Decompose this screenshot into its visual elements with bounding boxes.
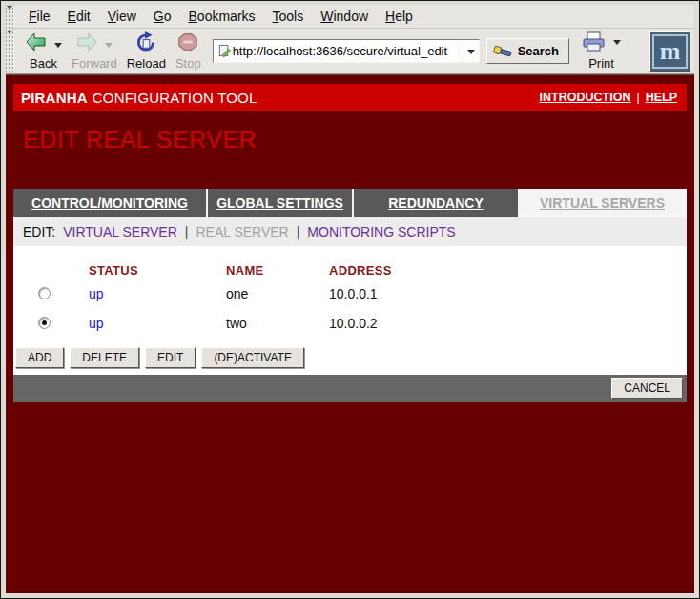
- subnav-separator: |: [297, 224, 300, 239]
- mozilla-m-icon: m: [652, 34, 688, 69]
- forward-icon: [75, 31, 98, 56]
- menu-help[interactable]: Help: [377, 6, 422, 27]
- toolbar-grippy[interactable]: [6, 30, 14, 72]
- column-header-address: ADDRESS: [329, 263, 687, 278]
- status-cell: up: [89, 286, 226, 301]
- action-buttons: ADD DELETE EDIT (DE)ACTIVATE: [13, 347, 687, 368]
- address-cell: 10.0.0.2: [329, 316, 687, 331]
- banner-brand: PIRANHA: [21, 90, 88, 106]
- server-radio-one[interactable]: [38, 287, 51, 300]
- add-button[interactable]: ADD: [15, 347, 64, 368]
- deactivate-button[interactable]: (DE)ACTIVATE: [201, 347, 304, 368]
- tab-global-settings[interactable]: GLOBAL SETTINGS: [208, 189, 354, 217]
- page-content: PIRANHACONFIGURATION TOOL INTRODUCTION |…: [6, 74, 694, 593]
- browser-window: File Edit View Go Bookmarks Tools Window…: [0, 0, 700, 599]
- status-up-link[interactable]: up: [89, 316, 104, 331]
- forward-history-dropdown: [105, 43, 113, 52]
- menu-window[interactable]: Window: [312, 6, 377, 27]
- menu-file[interactable]: File: [20, 6, 59, 27]
- menu-bookmarks[interactable]: Bookmarks: [180, 6, 264, 27]
- footer-bar: CANCEL: [13, 375, 687, 402]
- menubar-grippy[interactable]: [6, 5, 14, 28]
- column-header-status: STATUS: [89, 263, 226, 278]
- column-header-name: NAME: [226, 263, 329, 278]
- name-cell: one: [226, 286, 329, 301]
- table-header-row: STATUS NAME ADDRESS: [13, 261, 687, 279]
- back-button[interactable]: Back: [20, 31, 67, 72]
- reload-button[interactable]: Reload: [122, 31, 171, 72]
- status-up-link[interactable]: up: [89, 286, 104, 301]
- help-link[interactable]: HELP: [646, 91, 677, 104]
- name-cell: two: [226, 316, 329, 331]
- menu-bar: File Edit View Go Bookmarks Tools Window…: [6, 5, 694, 29]
- subnav-real-server-current: REAL SERVER: [196, 224, 288, 239]
- tab-control-monitoring[interactable]: CONTROL/MONITORING: [13, 189, 208, 217]
- banner: PIRANHACONFIGURATION TOOL INTRODUCTION |…: [13, 84, 687, 111]
- search-flashlight-icon: [493, 44, 513, 59]
- address-cell: 10.0.0.1: [329, 286, 687, 301]
- navigation-toolbar: Back Forward: [6, 29, 694, 74]
- introduction-link[interactable]: INTRODUCTION: [540, 91, 631, 104]
- mozilla-logo[interactable]: m: [649, 31, 690, 72]
- url-dropdown-button[interactable]: [463, 40, 479, 62]
- banner-title-rest: CONFIGURATION TOOL: [93, 90, 257, 106]
- subnav-prefix: EDIT:: [23, 224, 55, 239]
- back-history-dropdown[interactable]: [54, 43, 62, 52]
- subnav-separator: |: [185, 224, 189, 239]
- print-dropdown[interactable]: [613, 40, 621, 49]
- stop-button: Stop: [171, 31, 206, 72]
- url-bar: [213, 39, 480, 63]
- table-row: up one 10.0.0.1: [13, 279, 687, 308]
- status-cell: up: [89, 316, 226, 331]
- tab-redundancy[interactable]: REDUNDANCY: [354, 189, 518, 217]
- banner-links: INTRODUCTION | HELP: [540, 91, 677, 104]
- page-background-filler: [13, 402, 687, 593]
- menu-view[interactable]: View: [99, 6, 145, 27]
- search-button[interactable]: Search: [486, 38, 569, 64]
- banner-title: PIRANHACONFIGURATION TOOL: [21, 90, 257, 106]
- subnav: EDIT: VIRTUAL SERVER | REAL SERVER | MON…: [13, 217, 687, 246]
- server-radio-two[interactable]: [38, 317, 51, 329]
- cancel-button[interactable]: CANCEL: [611, 378, 683, 399]
- location-icon[interactable]: [217, 44, 232, 58]
- subnav-monitoring-scripts-link[interactable]: MONITORING SCRIPTS: [307, 224, 455, 239]
- tab-bar: CONTROL/MONITORING GLOBAL SETTINGS REDUN…: [13, 189, 687, 217]
- page-title: EDIT REAL SERVER: [23, 126, 687, 154]
- tab-virtual-servers[interactable]: VIRTUAL SERVERS: [518, 189, 687, 217]
- url-input[interactable]: [232, 44, 463, 58]
- edit-button[interactable]: EDIT: [145, 347, 196, 368]
- print-icon: [582, 31, 607, 56]
- forward-button: Forward: [67, 31, 122, 72]
- reload-icon: [134, 31, 157, 57]
- menu-edit[interactable]: Edit: [59, 6, 99, 27]
- delete-button[interactable]: DELETE: [70, 347, 139, 368]
- table-row: up two 10.0.0.2: [13, 308, 687, 338]
- menu-go[interactable]: Go: [145, 6, 180, 27]
- stop-icon: [177, 31, 198, 56]
- subnav-virtual-server-link[interactable]: VIRTUAL SERVER: [63, 224, 177, 239]
- print-button[interactable]: Print: [577, 31, 626, 72]
- banner-link-separator: |: [636, 91, 639, 104]
- menu-tools[interactable]: Tools: [264, 6, 313, 27]
- back-icon: [25, 31, 48, 56]
- real-server-panel: STATUS NAME ADDRESS up one 10.0.0.1 up t…: [13, 246, 687, 375]
